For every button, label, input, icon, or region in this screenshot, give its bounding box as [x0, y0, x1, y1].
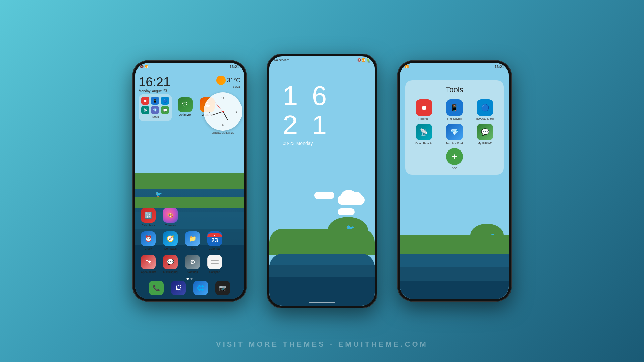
- p1-weather-temp: 31°C: [227, 77, 240, 84]
- app-label-calendar: Calendar: [209, 247, 221, 250]
- p3-app-smartremote[interactable]: 📡 Smart Remote: [410, 124, 437, 145]
- hour-hand: [223, 111, 228, 120]
- phone-1-screen: 🔇 📶 16:21 16:21 Monday, August 23 31°C: [135, 63, 244, 299]
- clock-num-6: 6: [222, 123, 223, 126]
- p2-date-text: 08-23 Monday: [283, 141, 313, 146]
- phone-2: No service* 🔇 📶 🔋 1 6 2 1: [267, 54, 377, 308]
- p3-tools-title: Tools: [410, 85, 499, 94]
- phone-2-screen: No service* 🔇 📶 🔋 1 6 2 1: [269, 56, 375, 306]
- phone-3-content: Tools ⏺ Recorder 📱 Find Device: [400, 70, 509, 299]
- p2-home-indicator: [309, 302, 335, 303]
- dock-camera[interactable]: 📷: [213, 281, 232, 296]
- p1-dock: 📞 🖼 🌐 📷: [139, 281, 240, 296]
- p1-time: 16:21: [139, 76, 170, 88]
- p2-grass: [269, 229, 375, 255]
- app-messaging[interactable]: 💬 Messaging: [161, 255, 180, 274]
- p3-membercard-icon: 💎: [446, 124, 463, 140]
- phone-2-status-bar: No service* 🔇 📶 🔋: [269, 56, 375, 64]
- folder-icon-mirror: 🔵: [161, 97, 169, 105]
- second-hand: [215, 102, 223, 112]
- app-label-appgallery: AppGallery: [141, 270, 156, 274]
- camera-icon: 📷: [215, 281, 230, 295]
- p1-page-dots: [187, 278, 193, 280]
- app-files[interactable]: 📁 Files: [183, 231, 202, 250]
- phone-3-screen: 📶 16:21 Tools ⏺ Recorder 📱: [400, 63, 509, 299]
- dock-browser[interactable]: 🌐: [191, 281, 210, 296]
- dot-inactive: [191, 278, 193, 280]
- p3-signal: 📶: [405, 65, 409, 68]
- optimizer-icon: 🛡: [178, 97, 193, 112]
- p2-minutes: 2 1: [283, 113, 330, 137]
- cloud-3: [338, 208, 355, 215]
- p1-weather-range: 32/21: [216, 85, 240, 88]
- p3-mirror-icon: 🔵: [477, 99, 493, 116]
- app-optimizer[interactable]: 🛡 Optimizer: [175, 97, 195, 116]
- app-label-files: Files: [189, 247, 196, 250]
- app-settings[interactable]: ⚙ Settings: [183, 255, 202, 274]
- files-icon: 📁: [185, 231, 200, 246]
- p3-add-icon: +: [446, 148, 463, 165]
- dock-gallery[interactable]: 🖼: [169, 281, 188, 296]
- phone-1-status-bar: 🔇 📶 16:21: [135, 63, 244, 70]
- p3-add-button[interactable]: + Add: [410, 148, 499, 170]
- clock-num-12: 12: [221, 97, 224, 100]
- no-service-label: No service*: [274, 58, 289, 62]
- app-calendar[interactable]: ● 23 Calendar: [205, 231, 224, 250]
- p3-app-recorder[interactable]: ⏺ Recorder: [410, 99, 437, 120]
- p1-tools-folder[interactable]: ⏺ 📱 🔵 📡 💎 💬 Tools: [139, 94, 172, 121]
- app-notepad[interactable]: Notepad: [205, 255, 224, 274]
- cloud-2: [314, 192, 334, 199]
- menu-dot-1: [368, 61, 370, 63]
- minute-hand: [211, 111, 223, 116]
- app-label-optimizer: Optimizer: [179, 113, 192, 116]
- cloud-1: [338, 195, 365, 205]
- app-label-calculator: Calculator: [142, 224, 155, 227]
- phone-3: 📶 16:21 Tools ⏺ Recorder 📱: [397, 60, 512, 302]
- p3-app-finddevice[interactable]: 📱 Find Device: [441, 99, 468, 120]
- app-label-compass: Compass: [164, 247, 177, 250]
- compass-icon: 🧭: [163, 231, 178, 246]
- clock-date-label: Monday, August 23: [204, 131, 242, 134]
- phone-2-content: 1 6 2 1 08-23 Monday: [269, 64, 375, 306]
- phone-icon: 📞: [149, 281, 164, 295]
- calendar-icon: ● 23: [207, 231, 222, 246]
- p2-water: [269, 254, 375, 306]
- folder-icon-member: 💎: [151, 106, 159, 114]
- p3-app-mirror[interactable]: 🔵 HUAWEI Mirror: [472, 99, 499, 120]
- p3-app-label-recorder: Recorder: [418, 117, 429, 120]
- p1-app-row-3: 🛍 AppGallery 💬 Messaging ⚙ Settings: [139, 255, 224, 274]
- dock-phone[interactable]: 📞: [147, 281, 166, 296]
- app-calculator[interactable]: 🔢 Calculator: [139, 208, 158, 227]
- p1-clock-widget: 16:21 Monday, August 23: [139, 76, 170, 93]
- appgallery-icon: 🛍: [141, 255, 156, 269]
- signal-icons: 🔇 📶: [140, 65, 148, 68]
- p3-smartremote-icon: 📡: [416, 124, 432, 140]
- phone-1: 🔇 📶 16:21 16:21 Monday, August 23 31°C: [132, 60, 247, 302]
- clock-face: 12 3 6 9: [204, 92, 242, 131]
- p1-seagull: 🐦: [155, 191, 162, 197]
- phones-container: 🔇 📶 16:21 16:21 Monday, August 23 31°C: [0, 0, 644, 362]
- messaging-icon: 💬: [163, 255, 178, 269]
- p1-app-row-1: 🔢 Calculator 🎨 Themes: [139, 208, 180, 227]
- tools-folder-label: Tools: [141, 115, 169, 119]
- app-label-messaging: Messaging: [163, 270, 178, 274]
- themes-icon: 🎨: [163, 208, 178, 223]
- p3-finddevice-icon: 📱: [446, 99, 463, 116]
- p3-tools-panel: Tools ⏺ Recorder 📱 Find Device: [405, 80, 504, 175]
- status-time-1: 16:21: [230, 65, 239, 69]
- dot-active: [187, 278, 189, 280]
- app-themes[interactable]: 🎨 Themes: [161, 208, 180, 227]
- watermark: VISIT MORE THEMES - EMUITHEME.COM: [216, 340, 428, 349]
- p3-app-label-membercard: Member Card: [446, 142, 463, 145]
- app-clock[interactable]: ⏰ Clock: [139, 231, 158, 250]
- p2-time-display: 1 6 2 1: [283, 84, 330, 142]
- p1-weather: 31°C 32/21: [216, 76, 240, 88]
- app-appgallery[interactable]: 🛍 AppGallery: [139, 255, 158, 274]
- p3-app-myhuawei[interactable]: 💬 My HUAWEI: [472, 124, 499, 145]
- app-compass[interactable]: 🧭 Compass: [161, 231, 180, 250]
- calculator-icon: 🔢: [141, 208, 156, 223]
- p1-analog-clock: 12 3 6 9 Monday, August 23: [204, 92, 242, 131]
- p3-app-membercard[interactable]: 💎 Member Card: [441, 124, 468, 145]
- phone-1-content: 16:21 Monday, August 23 31°C 32/21: [135, 70, 244, 299]
- weather-icon: [216, 76, 226, 85]
